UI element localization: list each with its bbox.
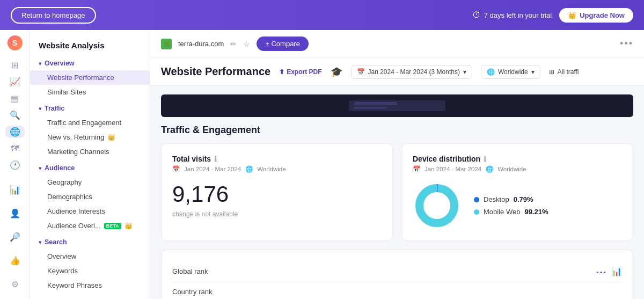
nav-search-icon[interactable]: 🔍 xyxy=(5,109,25,121)
traffic-icon: ⊞ xyxy=(549,68,554,76)
sidebar-item-keyword-phrases[interactable]: Keyword Phrases xyxy=(30,278,150,293)
geo-picker-button[interactable]: 🌐 Worldwide ▾ xyxy=(481,65,540,79)
nav-chart-icon[interactable]: 📈 xyxy=(5,76,25,88)
traffic-filter-button[interactable]: ⊞ All traffi xyxy=(549,68,579,76)
info-icon[interactable]: ℹ xyxy=(214,155,217,163)
sidebar-item-search-overview[interactable]: Overview xyxy=(30,249,150,264)
top-bar-left: Return to homepage xyxy=(11,7,96,24)
app-logo: S xyxy=(5,35,25,50)
sidebar-item-geography[interactable]: Geography xyxy=(30,175,150,189)
calendar-icon: 📅 xyxy=(357,68,365,76)
chevron-down-icon: ▾ xyxy=(463,68,466,76)
app-title: Website Analysis xyxy=(30,37,150,56)
sidebar-item-traffic-engagement[interactable]: Traffic and Engagement xyxy=(30,115,150,130)
sidebar: Website Analysis ▾ Overview Website Perf… xyxy=(30,30,150,299)
chevron-down-icon: ▾ xyxy=(39,106,41,112)
main-layout: S ⊞ 📈 ▤ 🔍 🌐 🗺 🕐 📊 👤 🔎 👍 ⚙ Website Analys… xyxy=(0,30,644,299)
sidebar-item-marketing-channels[interactable]: Marketing Channels xyxy=(30,144,150,159)
nav-clock-icon[interactable]: 🕐 xyxy=(5,159,25,171)
nav-person-icon[interactable]: 👤 xyxy=(5,203,25,223)
page-toolbar: Website Performance ⬆ Export PDF 🎓 📅 Jan… xyxy=(150,58,644,86)
info-icon[interactable]: ℹ xyxy=(484,155,486,163)
sidebar-item-similar-sites[interactable]: Similar Sites xyxy=(30,85,150,99)
date-picker-button[interactable]: 📅 Jan 2024 - Mar 2024 (3 Months) ▾ xyxy=(351,65,472,79)
chevron-down-icon: ▾ xyxy=(39,239,41,245)
sidebar-item-new-returning[interactable]: New vs. Returning 👑 xyxy=(30,130,150,144)
crown-icon: 👑 xyxy=(125,222,133,230)
nav-bar-icon[interactable]: ▤ xyxy=(5,92,25,105)
globe-icon: 🌐 xyxy=(245,165,253,173)
nav-globe-icon[interactable]: 🌐 xyxy=(5,126,25,138)
country-rank-row: Country rank xyxy=(172,282,622,299)
device-dist-meta: 📅 Jan 2024 - Mar 2024 🌐 Worldwide xyxy=(413,165,622,173)
sidebar-overview-header[interactable]: ▾ Overview xyxy=(30,56,150,70)
sidebar-search-header[interactable]: ▾ Search xyxy=(30,235,150,249)
main-content: Traffic & Engagement Total visits ℹ 📅 Ja… xyxy=(150,86,644,299)
device-chart-area: Desktop 0.79% Mobile Web 99.21% xyxy=(413,181,622,230)
compare-button[interactable]: + Compare xyxy=(257,37,309,51)
nav-settings-icon[interactable]: ⚙ xyxy=(5,274,25,294)
mobile-dot xyxy=(474,209,479,215)
export-pdf-button[interactable]: ⬆ Export PDF xyxy=(279,68,321,76)
sidebar-item-audience-overl[interactable]: Audience Overl... BETA 👑 xyxy=(30,218,150,233)
global-rank-dashes: --- xyxy=(596,267,607,276)
total-visits-meta: 📅 Jan 2024 - Mar 2024 🌐 Worldwide xyxy=(172,165,382,173)
rank-card: Global rank --- 📊 Country rank xyxy=(161,250,633,299)
sidebar-item-audience-interests[interactable]: Audience Interests xyxy=(30,204,150,218)
nav-analytics-icon[interactable]: 📊 xyxy=(5,180,25,199)
sidebar-search-section: ▾ Search Overview Keywords Keyword Phras… xyxy=(30,235,150,293)
country-rank-label: Country rank xyxy=(172,288,212,296)
top-bar: Return to homepage ⏱ 7 days left in your… xyxy=(0,0,644,30)
traffic-section-heading: Traffic & Engagement xyxy=(161,125,633,136)
icon-nav-bottom: 📊 👤 🔎 👍 ⚙ xyxy=(5,180,25,294)
site-favicon: 🌿 xyxy=(161,39,172,49)
page-title: Website Performance xyxy=(161,65,270,78)
top-bar-right: ⏱ 7 days left in your trial 👑 Upgrade No… xyxy=(472,8,633,23)
svg-rect-1 xyxy=(354,102,397,105)
total-visits-value: 9,176 xyxy=(172,181,382,207)
edit-icon[interactable]: ✏ xyxy=(230,40,237,48)
sidebar-item-website-performance[interactable]: Website Performance xyxy=(30,70,150,85)
global-rank-value: --- 📊 xyxy=(596,266,622,276)
upgrade-button[interactable]: 👑 Upgrade Now xyxy=(559,8,633,23)
share-icon[interactable]: 🎓 xyxy=(331,66,342,78)
content-header: 🌿 terra-dura.com ✏ ☆ + Compare ••• xyxy=(150,30,644,58)
icon-nav: S ⊞ 📈 ▤ 🔍 🌐 🗺 🕐 📊 👤 🔎 👍 ⚙ xyxy=(0,30,30,299)
preview-chart xyxy=(349,98,445,114)
crown-icon: 👑 xyxy=(107,134,115,141)
total-visits-title: Total visits ℹ xyxy=(172,155,382,163)
return-homepage-button[interactable]: Return to homepage xyxy=(11,7,96,24)
content-area: 🌿 terra-dura.com ✏ ☆ + Compare ••• Websi… xyxy=(150,30,644,299)
trial-text: ⏱ 7 days left in your trial xyxy=(472,10,552,20)
nav-search2-icon[interactable]: 🔎 xyxy=(5,227,25,246)
preview-strip xyxy=(161,94,633,117)
global-rank-label: Global rank xyxy=(172,267,208,275)
sidebar-item-keywords[interactable]: Keywords xyxy=(30,264,150,278)
svg-rect-2 xyxy=(354,107,386,109)
nav-world-icon[interactable]: 🗺 xyxy=(5,142,25,155)
chevron-down-icon: ▾ xyxy=(531,68,535,76)
sidebar-audience-header[interactable]: ▾ Audience xyxy=(30,161,150,175)
globe-icon: 🌐 xyxy=(487,68,495,76)
more-options-button[interactable]: ••• xyxy=(620,38,633,49)
calendar-icon: 📅 xyxy=(172,165,180,173)
donut-chart xyxy=(413,181,461,230)
chart-icon[interactable]: 📊 xyxy=(611,266,622,276)
desktop-legend-item: Desktop 0.79% xyxy=(474,195,548,203)
nav-thumb-icon[interactable]: 👍 xyxy=(5,251,25,270)
nav-dashboard-icon[interactable]: ⊞ xyxy=(5,59,25,71)
device-legend: Desktop 0.79% Mobile Web 99.21% xyxy=(474,195,548,216)
svg-point-3 xyxy=(420,188,455,223)
calendar-icon: 📅 xyxy=(413,165,420,173)
site-url: terra-dura.com xyxy=(178,40,224,48)
device-distribution-card: Device distribution ℹ 📅 Jan 2024 - Mar 2… xyxy=(401,143,633,241)
star-icon[interactable]: ☆ xyxy=(243,40,250,48)
sidebar-traffic-header[interactable]: ▾ Traffic xyxy=(30,101,150,115)
sidebar-item-demographics[interactable]: Demographics xyxy=(30,189,150,204)
chevron-down-icon: ▾ xyxy=(39,61,41,67)
export-icon: ⬆ xyxy=(279,68,284,76)
total-visits-card: Total visits ℹ 📅 Jan 2024 - Mar 2024 🌐 W… xyxy=(161,143,393,241)
device-dist-title: Device distribution ℹ xyxy=(413,155,622,163)
chevron-down-icon: ▾ xyxy=(39,165,41,171)
sidebar-overview-section: ▾ Overview Website Performance Similar S… xyxy=(30,56,150,99)
